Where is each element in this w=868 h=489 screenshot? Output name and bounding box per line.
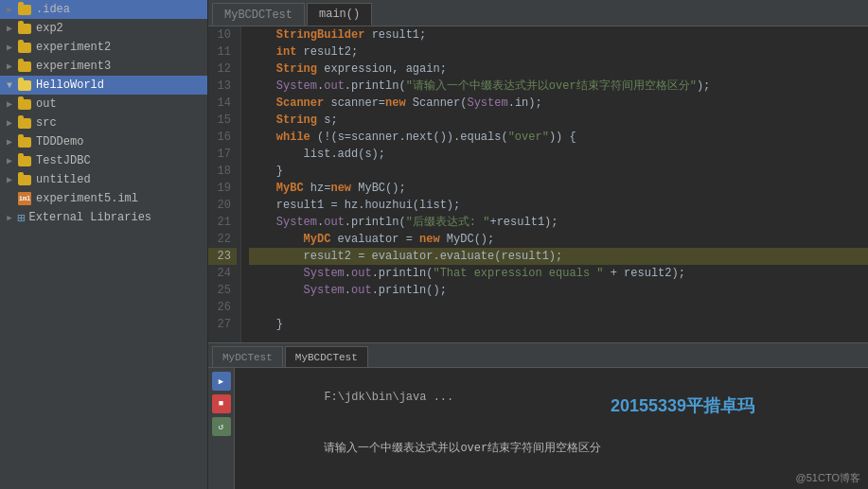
- line-numbers: 10 11 12 13 14 15 16 17 18 19 20 21 22 2…: [208, 26, 241, 342]
- tree-arrow-exp2: ▶: [4, 23, 15, 34]
- watermark: 20155339平措卓玛: [611, 394, 754, 417]
- code-line-23: result2 = evaluator.evaluate(result1);: [249, 248, 868, 265]
- line-num-15: 15: [208, 112, 237, 129]
- folder-icon-untitled: [17, 172, 32, 187]
- console-output: F:\jdk\bin\java ... 请输入一个中缀表达式并以over结束字符…: [235, 368, 868, 489]
- line-num-22: 22: [208, 231, 237, 248]
- line-num-18: 18: [208, 163, 237, 180]
- console-line-2: 请输入一个中缀表达式并以over结束字符间用空格区分: [242, 423, 860, 474]
- bottom-tab-label-mydctest: MyDCTest: [222, 352, 273, 363]
- blog-tag-text: @51CTO博客: [796, 472, 860, 483]
- sidebar-label-testjdbc: TestJDBC: [36, 154, 91, 167]
- sidebar-item-tdddemo[interactable]: ▶ TDDDemo: [0, 132, 207, 151]
- tree-spacer-iml: ▶: [4, 193, 15, 204]
- bottom-tab-bar: MyDCTest MyBCDCTest: [208, 343, 868, 368]
- sidebar-label-experiment5-iml: experiment5.iml: [36, 192, 138, 205]
- external-libraries-label: External Libraries: [28, 211, 151, 224]
- folder-icon-experiment3: [17, 59, 32, 74]
- folder-icon-experiment2: [17, 40, 32, 55]
- sidebar-item-testjdbc[interactable]: ▶ TestJDBC: [0, 151, 207, 170]
- sidebar-item-experiment2[interactable]: ▶ experiment2: [0, 38, 207, 57]
- run-button[interactable]: ▶: [212, 372, 231, 391]
- line-num-10: 10: [208, 26, 237, 44]
- sidebar-item-out[interactable]: ▶ out: [0, 95, 207, 114]
- line-num-19: 19: [208, 180, 237, 197]
- tab-mybcdctest[interactable]: MyBCDCTest: [212, 3, 305, 26]
- sidebar-label-tdddemo: TDDDemo: [36, 135, 83, 148]
- code-line-24: System.out.println("That expression equa…: [249, 265, 868, 282]
- tree-arrow-testjdbc: ▶: [4, 155, 15, 166]
- sidebar-item-experiment5-iml[interactable]: ▶ iml experiment5.iml: [0, 189, 207, 208]
- sidebar-label-helloworld: HelloWorld: [36, 79, 104, 92]
- tree-arrow-src: ▶: [4, 117, 15, 129]
- stop-button[interactable]: ■: [212, 394, 231, 413]
- sidebar-label-exp2: exp2: [36, 22, 63, 35]
- sidebar-item-helloworld[interactable]: ▼ HelloWorld: [0, 76, 207, 95]
- line-num-23: 23: [208, 248, 237, 265]
- folder-icon-testjdbc: [17, 153, 32, 168]
- rerun-button[interactable]: ↺: [212, 417, 231, 436]
- line-num-17: 17: [208, 146, 237, 163]
- line-num-20: 20: [208, 197, 237, 214]
- bottom-tab-mydctest[interactable]: MyDCTest: [212, 346, 283, 367]
- line-num-24: 24: [208, 265, 237, 282]
- tab-main[interactable]: main(): [307, 3, 372, 26]
- bottom-content: ▶ ■ ↺ F:\jdk\bin\java ... 请输入一个中缀表达式并以ov…: [208, 368, 868, 489]
- sidebar-item-external-libraries[interactable]: ▶ ⊞ External Libraries: [0, 208, 207, 227]
- external-lib-icon: ⊞: [17, 210, 25, 226]
- code-line-14: Scanner scanner=new Scanner(System.in);: [249, 95, 868, 112]
- line-num-14: 14: [208, 95, 237, 112]
- sidebar-label-untitled: untitled: [36, 173, 91, 186]
- sidebar: ▶ .idea ▶ exp2 ▶ experiment2 ▶ experimen…: [0, 0, 208, 489]
- folder-icon-tdddemo: [17, 134, 32, 149]
- tree-arrow-tdddemo: ▶: [4, 136, 15, 148]
- sidebar-item-experiment3[interactable]: ▶ experiment3: [0, 57, 207, 76]
- tree-arrow-experiment3: ▶: [4, 61, 15, 72]
- folder-icon-out: [17, 96, 32, 112]
- code-lines[interactable]: StringBuilder result1; int result2; Stri…: [241, 26, 868, 342]
- sidebar-label-src: src: [36, 116, 57, 130]
- code-line-20: result1 = hz.houzhui(list);: [249, 197, 868, 214]
- code-line-18: }: [249, 163, 868, 180]
- sidebar-label-idea: .idea: [36, 3, 70, 16]
- console-line-1: F:\jdk\bin\java ...: [242, 372, 860, 423]
- line-num-25: 25: [208, 282, 237, 299]
- line-num-27: 27: [208, 316, 237, 333]
- line-num-13: 13: [208, 78, 237, 95]
- bottom-tab-label-mybcdctest: MyBCDCTest: [295, 352, 358, 363]
- sidebar-item-idea[interactable]: ▶ .idea: [0, 0, 207, 19]
- console-cmd-text: F:\jdk\bin\java ...: [324, 391, 453, 404]
- code-line-27: }: [249, 316, 868, 333]
- bottom-tab-mybcdctest[interactable]: MyBCDCTest: [285, 346, 368, 367]
- sidebar-label-experiment3: experiment3: [36, 60, 111, 73]
- code-line-21: System.out.println("后缀表达式: "+result1);: [249, 214, 868, 231]
- folder-icon-exp2: [17, 21, 32, 36]
- sidebar-label-experiment2: experiment2: [36, 41, 111, 54]
- blog-tag: @51CTO博客: [796, 471, 860, 485]
- sidebar-item-exp2[interactable]: ▶ exp2: [0, 19, 207, 38]
- code-line-15: String s;: [249, 112, 868, 129]
- line-num-11: 11: [208, 44, 237, 61]
- tree-arrow-untitled: ▶: [4, 174, 15, 185]
- code-line-12: String expression, again;: [249, 61, 868, 78]
- tree-arrow-helloworld: ▼: [4, 79, 15, 91]
- tab-label-main: main(): [319, 8, 360, 21]
- line-num-21: 21: [208, 214, 237, 231]
- folder-icon-idea: [17, 2, 32, 17]
- tree-arrow-out: ▶: [4, 98, 15, 110]
- tab-label-mybcdctest: MyBCDCTest: [224, 9, 292, 22]
- editor-area: MyBCDCTest main() 10 11 12 13 14 15 16 1…: [208, 0, 868, 342]
- code-line-10: StringBuilder result1;: [249, 26, 868, 44]
- watermark-text: 20155339平措卓玛: [611, 396, 754, 415]
- sidebar-item-src[interactable]: ▶ src: [0, 114, 207, 132]
- code-line-11: int result2;: [249, 44, 868, 61]
- file-icon-iml: iml: [17, 191, 32, 206]
- bottom-sidebar: ▶ ■ ↺: [208, 368, 235, 489]
- folder-icon-helloworld: [17, 78, 32, 93]
- sidebar-item-untitled[interactable]: ▶ untitled: [0, 170, 207, 189]
- tree-arrow-experiment2: ▶: [4, 42, 15, 53]
- code-line-22: MyDC evaluator = new MyDC();: [249, 231, 868, 248]
- line-num-16: 16: [208, 129, 237, 146]
- code-line-16: while (!(s=scanner.next()).equals("over"…: [249, 129, 868, 146]
- code-line-19: MyBC hz=new MyBC();: [249, 180, 868, 197]
